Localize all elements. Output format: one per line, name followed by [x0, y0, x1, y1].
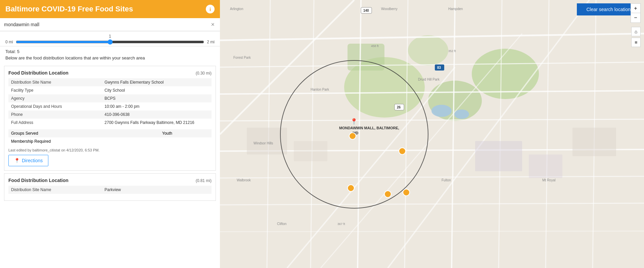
- zoom-in-button[interactable]: +: [631, 4, 640, 13]
- detail-row-0-5: Full Address 2700 Gwynns Falls Parkway B…: [8, 119, 212, 127]
- svg-point-42: [403, 189, 410, 196]
- svg-text:Arlington: Arlington: [230, 7, 243, 11]
- map-background: MONDAWMIN MALL, BALTIMORE, MD 📍 Arlingto…: [220, 0, 644, 268]
- svg-rect-29: [247, 128, 287, 154]
- svg-text:Hanlon Park: Hanlon Park: [311, 88, 329, 91]
- left-panel: Baltimore COVID-19 Free Food Sites i × 1…: [0, 0, 220, 268]
- map-zoom-controls: + −: [631, 3, 641, 23]
- layers-button[interactable]: ≡: [631, 38, 641, 47]
- svg-point-8: [454, 109, 469, 119]
- svg-text:📍: 📍: [350, 118, 358, 125]
- detail-value-0-1: City School: [102, 86, 212, 94]
- svg-text:352 ft: 352 ft: [448, 49, 456, 53]
- detail-label-0-5: Full Address: [8, 119, 102, 127]
- svg-text:Woodberry: Woodberry: [381, 7, 398, 11]
- food-card-distance-0: (0.30 mi): [196, 71, 212, 76]
- detail-table-0: Distribution Site Name Gwynns Falls Elem…: [8, 78, 212, 127]
- search-input[interactable]: [4, 22, 210, 27]
- detail-row-0-2: Agency BCPS: [8, 94, 212, 102]
- svg-point-41: [384, 191, 391, 197]
- detail-label-0-4: Phone: [8, 110, 102, 119]
- detail-value-0-5: 2700 Gwynns Falls Parkway Baltimore, MD …: [102, 119, 212, 127]
- last-edited-0: Last edited by baltimore_citistat on 4/1…: [8, 147, 212, 155]
- map-right-controls: ⌂ ≡: [631, 27, 641, 47]
- food-card-0: Food Distribution Location (0.30 mi) Dis…: [4, 66, 216, 171]
- detail-value-0-4: 410-396-0638: [102, 110, 212, 119]
- search-bar: ×: [0, 18, 220, 31]
- detail-row-0-3: Operational Days and Hours 10:00 am - 2:…: [8, 102, 212, 110]
- app-header: Baltimore COVID-19 Free Food Sites i: [0, 0, 220, 18]
- slider-value-label: 1: [5, 34, 215, 39]
- svg-text:Windsor Hills: Windsor Hills: [254, 141, 273, 145]
- total-count: Total: 5: [0, 46, 220, 55]
- results-area[interactable]: Food Distribution Location (0.30 mi) Dis…: [0, 63, 220, 268]
- svg-rect-32: [529, 154, 562, 178]
- svg-rect-30: [294, 141, 327, 161]
- groups-table-0: Groups Served Youth Membership Required: [8, 129, 212, 145]
- detail-row-0-1: Facility Type City School: [8, 86, 212, 94]
- svg-text:Forest Park: Forest Park: [233, 56, 251, 59]
- home-button[interactable]: ⌂: [631, 27, 641, 36]
- detail-row-1-0: Distribution Site Name Parkview: [8, 186, 212, 194]
- detail-table-1: Distribution Site Name Parkview: [8, 186, 212, 194]
- slider-row: 0 mi 2 mi: [5, 39, 215, 45]
- slider-section: 1 0 mi 2 mi: [0, 31, 220, 46]
- svg-rect-31: [475, 141, 522, 171]
- food-card-header-0: Food Distribution Location (0.30 mi): [8, 70, 212, 76]
- detail-value-1-0: Parkview: [102, 186, 212, 194]
- svg-point-40: [348, 185, 354, 191]
- info-icon[interactable]: i: [206, 5, 215, 13]
- svg-text:26: 26: [397, 105, 401, 109]
- svg-text:Clifton: Clifton: [277, 222, 286, 226]
- slider-max-label: 2 mi: [207, 40, 215, 44]
- group-row-0-0: Groups Served Youth: [8, 129, 212, 137]
- clear-search-button[interactable]: ×: [210, 21, 216, 28]
- food-card-title-0: Food Distribution Location: [8, 70, 68, 76]
- group-label-0-1: Membership Required: [8, 137, 159, 145]
- app-title: Baltimore COVID-19 Free Food Sites: [5, 5, 133, 13]
- food-card-header-1: Food Distribution Location (0.81 mi): [8, 178, 212, 183]
- group-value-0-1: [159, 137, 212, 145]
- food-card-1: Food Distribution Location (0.81 mi) Dis…: [4, 173, 216, 201]
- group-row-0-1: Membership Required: [8, 137, 212, 145]
- detail-value-0-2: BCPS: [102, 94, 212, 102]
- detail-row-0-4: Phone 410-396-0638: [8, 110, 212, 119]
- detail-label-0-3: Operational Days and Hours: [8, 102, 102, 110]
- detail-label-0-1: Facility Type: [8, 86, 102, 94]
- svg-text:Druid Hill Park: Druid Hill Park: [418, 78, 440, 81]
- svg-text:Mt Royal: Mt Royal: [542, 178, 555, 182]
- directions-label-0: Directions: [22, 158, 43, 163]
- detail-label-0-2: Agency: [8, 94, 102, 102]
- pin-icon-0: 📍: [14, 158, 20, 163]
- svg-text:367 ft: 367 ft: [337, 222, 345, 226]
- svg-text:83: 83: [437, 66, 441, 70]
- below-text: Below are the food distribution location…: [0, 55, 220, 63]
- svg-point-5: [408, 35, 448, 65]
- group-label-0-0: Groups Served: [8, 129, 159, 137]
- detail-row-0-0: Distribution Site Name Gwynns Falls Elem…: [8, 78, 212, 86]
- svg-text:458 ft: 458 ft: [371, 44, 379, 48]
- svg-text:MONDAWMIN MALL, BALTIMORE,: MONDAWMIN MALL, BALTIMORE,: [339, 126, 399, 130]
- map-area: Clear search location: [220, 0, 644, 268]
- food-card-title-1: Food Distribution Location: [8, 178, 68, 183]
- svg-text:140: 140: [363, 9, 369, 12]
- food-card-distance-1: (0.81 mi): [196, 178, 212, 183]
- directions-button-0[interactable]: 📍 Directions: [8, 155, 48, 166]
- svg-text:Hampden: Hampden: [448, 7, 463, 11]
- svg-point-7: [431, 105, 452, 117]
- detail-label-0-0: Distribution Site Name: [8, 78, 102, 86]
- group-value-0-0: Youth: [159, 129, 212, 137]
- svg-point-39: [399, 148, 406, 154]
- svg-point-38: [349, 133, 356, 139]
- svg-rect-33: [572, 128, 616, 156]
- svg-rect-6: [348, 44, 384, 71]
- slider-min-label: 0 mi: [5, 40, 13, 44]
- distance-slider[interactable]: [16, 39, 204, 45]
- svg-text:Fulton: Fulton: [442, 178, 451, 182]
- detail-value-0-0: Gwynns Falls Elementary School: [102, 78, 212, 86]
- detail-label-1-0: Distribution Site Name: [8, 186, 102, 194]
- detail-value-0-3: 10:00 am - 2:00 pm: [102, 102, 212, 110]
- zoom-out-button[interactable]: −: [631, 13, 640, 23]
- svg-text:Walbrook: Walbrook: [237, 178, 251, 182]
